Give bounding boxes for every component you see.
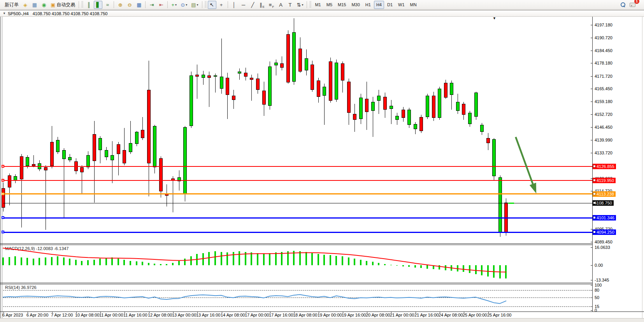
macd-histogram-bar: [348, 257, 349, 265]
candle-bear: [419, 117, 423, 131]
macd-histogram-bar: [505, 265, 507, 278]
macd-histogram-bar: [457, 265, 458, 271]
equidistant-channel-icon[interactable]: ∥E: [258, 1, 267, 9]
horizontal-line-object[interactable]: [3, 232, 592, 233]
macd-histogram-bar: [408, 265, 410, 267]
timeframe-button-m5[interactable]: M5: [324, 1, 335, 9]
price-axis-tick: [591, 114, 592, 115]
price-axis-tick: [591, 127, 592, 128]
toolbar-separator: [114, 1, 114, 8]
macd-histogram-bar: [26, 258, 28, 265]
time-axis-label: 6 Apr 2023: [2, 313, 23, 317]
candlestick-chart-icon[interactable]: ▋: [94, 1, 102, 9]
crosshair-icon[interactable]: +: [217, 1, 226, 9]
macd-scale-label: 0.00: [595, 263, 603, 268]
new-order-icon[interactable]: ◈: [21, 1, 30, 9]
macd-histogram-bar: [305, 252, 307, 265]
new-order-button[interactable]: 新订单: [2, 1, 20, 9]
price-axis-label: 4178.180: [595, 61, 612, 65]
chart-collapse-icon[interactable]: ▼: [3, 12, 6, 15]
macd-histogram-bar: [148, 263, 149, 265]
zoom-out-icon[interactable]: ⊖: [125, 1, 134, 9]
arrow-annotation-head[interactable]: [530, 183, 536, 194]
timeframe-button-h4[interactable]: H4: [374, 1, 384, 9]
candle-wick: [391, 100, 391, 124]
signal-icon: ◉: [42, 2, 46, 8]
chart-shift-icon[interactable]: ⇤: [157, 1, 165, 9]
macd-histogram-bar: [123, 260, 125, 265]
hline-anchor-marker[interactable]: [2, 216, 4, 219]
cursor-icon: ↖: [210, 2, 214, 8]
macd-histogram-bar: [111, 257, 113, 265]
toolbar-grip[interactable]: [205, 1, 207, 8]
zoom-in-icon[interactable]: ⊕: [116, 1, 125, 9]
rsi-pane-top-border: [0, 283, 593, 283]
macd-histogram-bar: [214, 251, 216, 265]
autotrading-button: ▣: [51, 2, 55, 8]
candle-bull: [153, 126, 156, 167]
bar-chart-icon[interactable]: ║: [84, 1, 93, 9]
arrows-icon-dropdown[interactable]: ▾: [302, 3, 303, 7]
candle-bear: [432, 96, 435, 118]
auto-scroll-icon[interactable]: ⇥: [147, 1, 156, 9]
timeframe-button-m15[interactable]: M15: [335, 1, 348, 9]
text-label-icon[interactable]: T: [286, 1, 295, 9]
toolbar-grip[interactable]: [81, 1, 83, 8]
search-button[interactable]: [619, 1, 627, 9]
fibonacci-icon[interactable]: ≡F: [267, 1, 276, 9]
arrows-icon[interactable]: ⇅▾: [295, 1, 305, 9]
horizontal-line-object[interactable]: [3, 193, 592, 194]
text-icon[interactable]: A: [277, 1, 285, 9]
horizontal-line-icon[interactable]: ─: [239, 1, 248, 9]
timeframe-button-w1[interactable]: W1: [396, 1, 407, 9]
trendline-icon[interactable]: ╱: [249, 1, 257, 9]
market-watch-icon[interactable]: ▦: [30, 1, 39, 9]
candle-wick: [197, 65, 197, 99]
autotrading-button[interactable]: ▣自动交易: [49, 1, 77, 9]
macd-histogram-bar: [330, 255, 331, 265]
cursor-icon[interactable]: ↖: [208, 1, 216, 9]
indicators-icon[interactable]: +▾: [170, 1, 178, 9]
hline-anchor-marker[interactable]: [2, 192, 4, 195]
price-axis-tick: [591, 25, 592, 25]
macd-histogram-bar: [293, 251, 295, 265]
notifications-button[interactable]: 1: [628, 1, 637, 9]
toolbar-grip[interactable]: [309, 1, 311, 8]
hline-anchor-marker[interactable]: [2, 231, 4, 233]
line-chart-icon[interactable]: ≈: [103, 1, 112, 9]
timeframe-button-mn[interactable]: MN: [408, 1, 419, 9]
periods-icon[interactable]: ⊙▾: [179, 1, 189, 9]
macd-histogram-bar: [130, 261, 131, 265]
price-axis-tick: [591, 153, 592, 153]
candle-bear: [50, 142, 54, 166]
signal-icon[interactable]: ◉: [40, 1, 48, 9]
periods-icon-dropdown[interactable]: ▾: [186, 3, 187, 7]
horizontal-line-object[interactable]: [3, 166, 592, 167]
candle-bull: [456, 102, 460, 111]
time-axis-label: 20 Apr 08:00: [366, 313, 390, 317]
templates-icon[interactable]: ▤▾: [190, 1, 200, 9]
templates-icon-dropdown[interactable]: ▾: [197, 3, 198, 7]
horizontal-line-object[interactable]: [3, 217, 592, 219]
tile-windows-icon[interactable]: ▦: [135, 1, 143, 9]
macd-pane-top-border: [0, 243, 593, 244]
candle-bear: [462, 104, 465, 115]
timeframe-button-h1[interactable]: H1: [363, 1, 373, 9]
macd-histogram-bar: [172, 263, 174, 265]
chart-window-titlebar[interactable]: ▼ SP500-,H4 4108.750 4108.750 4108.750 4…: [0, 10, 644, 17]
horizontal-line-object[interactable]: [3, 203, 592, 203]
mt4-terminal: 新订单◈▦◉▣自动交易║▋≈⊕⊖▦⇥⇤+▾⊙▾▤▾↖+│─╱∥E≡FAT⇅▾M1…: [0, 0, 644, 322]
macd-histogram-bar: [75, 260, 77, 265]
horizontal-line-object[interactable]: [3, 180, 592, 181]
indicators-icon-dropdown[interactable]: ▾: [175, 3, 177, 7]
timeframe-button-d1[interactable]: D1: [385, 1, 395, 9]
macd-histogram-bar: [299, 251, 301, 265]
vertical-line-icon[interactable]: │: [230, 1, 239, 9]
chart-area[interactable]: 4197.1804190.7204184.4504178.1804171.720…: [0, 17, 644, 322]
timeframe-button-m1[interactable]: M1: [312, 1, 323, 9]
fibonacci-icon-sub: F: [272, 5, 274, 9]
hline-anchor-marker[interactable]: [2, 165, 4, 168]
hline-anchor-marker[interactable]: [2, 179, 4, 182]
macd-histogram-bar: [445, 265, 446, 270]
timeframe-button-m30[interactable]: M30: [349, 1, 362, 9]
